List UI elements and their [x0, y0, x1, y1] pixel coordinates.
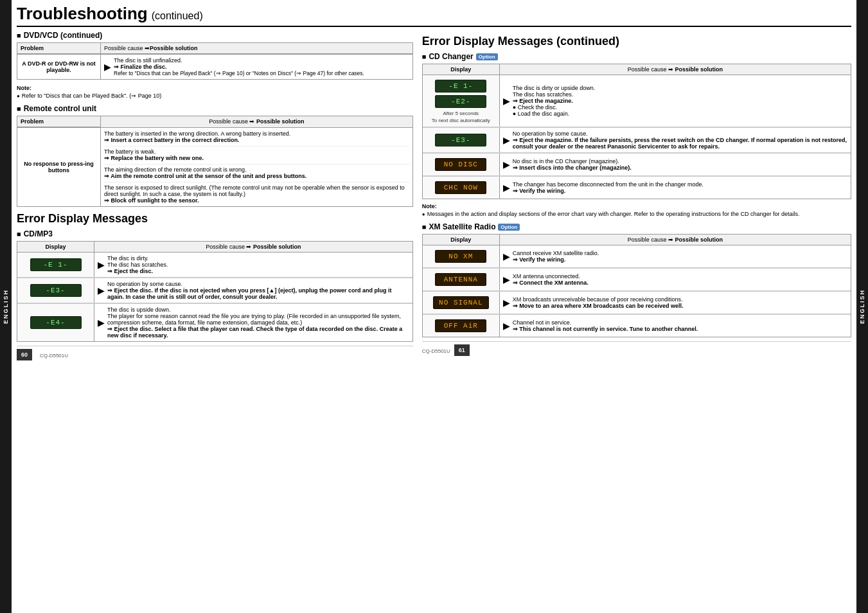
xm-option-badge: Option: [498, 224, 520, 231]
dvd-note-item: Refer to "Discs that can be Played Back"…: [17, 93, 413, 99]
cd-changer-solution-header: Possible cause ➡ Possible solution: [500, 64, 851, 75]
dvd-problem-text: A DVD-R or DVD-RW is not playable.: [21, 60, 97, 73]
cdmp3-display-header: Display: [17, 242, 94, 252]
cdmp3-solution-2: ▶ No operation by some cause. ⇒ Eject th…: [94, 278, 412, 303]
xm-display-4: OFF AiR: [423, 315, 500, 337]
dvd-table: Problem Possible cause ➡ Possible soluti…: [17, 42, 413, 80]
cdmp3-sol-content-3: The disc is upside down. The player for …: [107, 306, 409, 339]
side-tab-right: ENGLISH: [856, 0, 868, 613]
xm-arrow-2: ▶: [503, 274, 510, 285]
xm-solution-4: ▶ Channel not in service. ⇒ This channel…: [500, 315, 851, 337]
cd-changer-screen-e2: -E2-: [435, 95, 486, 108]
remote-table: Problem Possible cause ➡ Possible soluti…: [17, 116, 413, 207]
xm-display-2: ANTENNA: [423, 269, 500, 290]
dvd-problem-cell: A DVD-R or DVD-RW is not playable.: [17, 55, 101, 79]
cd-changer-row-1: -E 1- -E2- After 5 seconds To next disc …: [423, 75, 851, 127]
cd-changer-solution-2: ▶ No operation by some cause. ⇒ Eject th…: [500, 128, 851, 152]
dvd-table-header: Problem Possible cause ➡ Possible soluti…: [17, 43, 412, 55]
remote-table-header: Problem Possible cause ➡ Possible soluti…: [17, 116, 412, 128]
cd-changer-note: Note: Messages in the action and display…: [422, 203, 851, 217]
cdmp3-sol-content-1: The disc is dirty. The disc has scratche…: [107, 255, 168, 274]
dvd-sol-line3: Refer to "Discs that can be Played Back"…: [114, 70, 409, 76]
page-container: ENGLISH Troubleshooting (continued) ■ DV…: [0, 0, 868, 613]
cdmp3-display-1: -E 1-: [17, 253, 94, 277]
dvd-note-text: Refer to "Discs that can be Played Back"…: [22, 93, 162, 99]
xm-arrow-1: ▶: [503, 251, 510, 262]
cd-changer-table: Display Possible cause ➡ Possible soluti…: [422, 64, 851, 199]
cdmp3-subtitle: CD/MP3: [24, 229, 53, 238]
cdmp3-arrow-1: ▶: [98, 260, 105, 270]
xm-display-1: NO XM: [423, 245, 500, 267]
cd-changer-section-header: ■ CD Changer Option: [422, 52, 851, 61]
cd-changer-solution-4: ▶ The changer has become disconnected fr…: [500, 177, 851, 199]
xm-sol-content-3: XM broadcasts unreceivable because of po…: [513, 296, 684, 309]
cd-changer-screen-e3: -E3-: [435, 134, 486, 147]
remote-section-title: Remote control unit: [24, 104, 96, 113]
cdmp3-row-1: -E 1- ▶ The disc is dirty. The disc has …: [17, 253, 412, 278]
cd-changer-note-title: Note:: [422, 203, 851, 209]
cd-changer-solution-1: ▶ The disc is dirty or upside down. The …: [500, 75, 851, 127]
page-number-61: 61: [454, 344, 470, 356]
after-seconds-note: After 5 seconds: [443, 111, 479, 116]
remote-solution-cell: The battery is inserted in the wrong dir…: [101, 128, 412, 206]
remote-problem-header: Problem: [17, 116, 101, 127]
cd-changer-note-item: Messages in the action and display secti…: [422, 211, 851, 217]
to-next-disc-note: To next disc automatically: [432, 118, 490, 123]
dvd-problem-header: Problem: [17, 43, 101, 54]
model-left: CQ-D5501U: [40, 353, 68, 359]
footer-right: CQ-D5501U 61: [422, 341, 851, 356]
cd-changer-arrow-1: ▶: [503, 96, 510, 106]
dvd-section-header: ■ DVD/VCD (continued): [17, 31, 413, 40]
side-tab-left-text: ENGLISH: [3, 289, 9, 324]
cdmp3-row-3: -E4- ▶ The disc is upside down. The play…: [17, 303, 412, 341]
content-wrapper: Troubleshooting (continued) ■ DVD/VCD (c…: [12, 0, 856, 613]
xm-solution-1: ▶ Cannot receive XM satellite radio. ⇒ V…: [500, 245, 851, 267]
dvd-table-row: A DVD-R or DVD-RW is not playable. ▶ The…: [17, 55, 412, 79]
err-display-title: Error Display Messages: [17, 212, 413, 226]
xm-row-4: OFF AiR ▶ Channel not in service. ⇒ This…: [423, 314, 851, 337]
remote-problem-cell: No response to press-ing buttons: [17, 128, 101, 206]
cd-changer-screen-e1: -E 1-: [435, 80, 486, 93]
cd-changer-display-4: CHC NOW: [423, 177, 500, 199]
remote-sol-3: The aiming direction of the remote contr…: [104, 164, 409, 179]
cdmp3-row-2: -E3- ▶ No operation by some cause. ⇒ Eje…: [17, 278, 412, 303]
footer-right-content: CQ-D5501U 61: [422, 344, 474, 356]
cd-changer-sol-content-1: The disc is dirty or upside down. The di…: [513, 85, 596, 117]
cd-changer-arrow-2: ▶: [503, 135, 510, 145]
remote-sol-1: The battery is inserted in the wrong dir…: [104, 130, 409, 143]
dvd-note: Note: Refer to "Discs that can be Played…: [17, 85, 413, 99]
cd-changer-display-2: -E3-: [423, 128, 500, 152]
cd-changer-arrow-3: ▶: [503, 159, 510, 170]
main-title: Troubleshooting: [17, 4, 148, 24]
cd-changer-table-header: Display Possible cause ➡ Possible soluti…: [423, 64, 851, 75]
xm-screen-noxm: NO XM: [435, 250, 486, 263]
two-col-layout: ■ DVD/VCD (continued) Problem Possible c…: [17, 31, 851, 609]
dvd-section-title: DVD/VCD (continued): [24, 31, 103, 40]
cdmp3-screen-e3: -E3-: [30, 284, 82, 297]
xm-display-header: Display: [423, 235, 500, 245]
dvd-solution-header: Possible cause ➡ Possible solution: [101, 43, 412, 54]
page-number-60: 60: [17, 349, 32, 360]
cd-changer-note-text: Messages in the action and display secti…: [427, 211, 800, 217]
cd-changer-sol-content-4: The changer has become disconnected from…: [513, 181, 704, 194]
cd-changer-subtitle: CD Changer: [429, 52, 473, 61]
cdmp3-arrow-2: ▶: [98, 285, 105, 296]
xm-table-header: Display Possible cause ➡ Possible soluti…: [423, 235, 851, 245]
xm-solution-3: ▶ XM broadcasts unreceivable because of …: [500, 292, 851, 314]
cdmp3-section-header: ■ CD/MP3: [17, 229, 413, 238]
cd-changer-display-header: Display: [423, 64, 500, 75]
xm-screen-nosignal: NO SIGNAL: [433, 296, 488, 309]
model-right: CQ-D5501U: [422, 348, 450, 354]
dvd-sol-line1: The disc is still unfinalized.: [114, 57, 409, 64]
footer-left: 60 CQ-D5501U: [17, 346, 413, 360]
remote-sol-4: The sensor is exposed to direct sunlight…: [104, 182, 409, 204]
cd-changer-sol-content-3: No disc is in the CD Changer (magazine).…: [513, 158, 632, 171]
side-tab-right-text: ENGLISH: [859, 289, 865, 324]
xm-subtitle: XM Satellite Radio: [429, 222, 495, 231]
side-tab-left: ENGLISH: [0, 0, 12, 613]
cd-changer-option-badge: Option: [476, 53, 498, 60]
xm-screen-offair: OFF AiR: [435, 319, 486, 332]
right-column: Error Display Messages (continued) ■ CD …: [422, 31, 851, 609]
xm-solution-header: Possible cause ➡ Possible solution: [500, 235, 851, 245]
err-display-continued-title: Error Display Messages (continued): [422, 35, 851, 48]
